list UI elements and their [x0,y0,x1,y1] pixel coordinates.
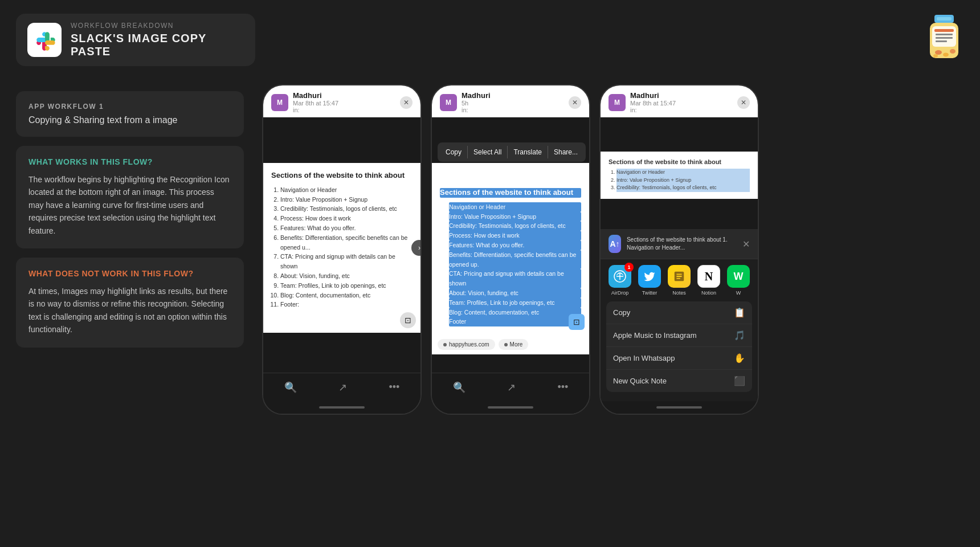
share-action-copy-icon: 📋 [734,307,745,318]
slack-logo [27,23,62,57]
share-action-copy[interactable]: Copy 📋 [606,301,752,324]
share-action-quick-note-label: New Quick Note [613,377,667,385]
app-workflow-card: APP WORKFLOW 1 Copying & Sharing text fr… [16,91,244,137]
phone1-close-btn[interactable]: ✕ [400,96,413,109]
airdrop-label: AirDrop [611,290,629,296]
phone1-image-content: Sections of the website to think about N… [263,163,420,333]
phone2-text-toolbar: Copy Select All Translate Share... [438,142,586,162]
phone3-preview-row: A↑ Sections of the website to think abou… [601,229,758,259]
share-app-notes[interactable]: Notes [664,265,694,296]
phone-2-inner: M Madhuri 5h in: ✕ Copy [432,85,589,414]
svg-rect-7 [936,40,947,42]
phone3-preview-close[interactable]: ✕ [742,239,750,250]
phone2-image-content: Copy Select All Translate Share... Secti… [432,163,589,334]
phone-1-inner: M Madhuri Mar 8th at 15:47 in: ✕ Section… [263,85,420,414]
phone3-close-btn[interactable]: ✕ [737,96,750,109]
phone2-ocr-copy[interactable]: ⊡ [569,314,585,330]
w-app-label: W [736,290,741,296]
phone2-avatar: M [440,94,457,111]
what-works-card: WHAT WORKS IN THIS FLOW? The workflow be… [16,146,244,248]
phone2-icon3[interactable]: ••• [557,381,568,393]
w-app-icon: W [727,265,750,288]
share-action-apple-music[interactable]: Apple Music to Instagram 🎵 [606,324,752,347]
main-container: WORKFLOW BREAKDOWN SLACK'S IMAGE COPY PA… [0,0,980,547]
phone1-doc-title: Sections of the website to think about [271,171,413,181]
phone2-close-btn[interactable]: ✕ [569,96,581,109]
phone3-avatar: M [609,94,626,111]
phone3-meta: Madhuri Mar 8th at 15:47 in: [630,91,676,113]
phone2-select-all-btn[interactable]: Select All [468,146,508,158]
svg-rect-1 [937,17,952,21]
svg-point-11 [933,54,938,58]
phone1-header: M Madhuri Mar 8th at 15:47 in: ✕ [263,85,420,117]
left-panel: APP WORKFLOW 1 Copying & Sharing text fr… [16,91,244,348]
header-subtitle: WORKFLOW BREAKDOWN [71,22,244,30]
phone1-meta: Madhuri Mar 8th at 15:47 in: [293,91,338,113]
share-action-whatsapp-label: Open In Whatsapp [613,354,675,362]
phone1-timestamp: Mar 8th at 15:47 [293,100,338,107]
airdrop-icon: 1 [609,265,631,288]
share-app-airdrop[interactable]: 1 AirDrop [605,265,635,296]
phone2-share-btn[interactable]: Share... [548,146,583,158]
share-app-w[interactable]: W W [724,265,753,296]
svg-rect-6 [936,37,953,39]
what-works-title: WHAT WORKS IN THIS FLOW? [28,157,231,166]
phone2-tag-more[interactable]: More [499,339,529,350]
phone3-apps-row: 1 AirDrop Twi [601,259,758,301]
airdrop-badge: 1 [624,263,634,272]
header-card: WORKFLOW BREAKDOWN SLACK'S IMAGE COPY PA… [16,14,255,66]
phone1-icon1[interactable]: 🔍 [284,381,297,394]
what-not-works-card: WHAT DOES NOT WORK IN THIS FLOW? At time… [16,258,244,348]
phone2-home-indicator [432,401,589,414]
phone1-icon2[interactable]: ↗ [338,381,347,394]
share-app-notion[interactable]: N Notion [694,265,724,296]
phone1-home-bar [319,406,365,409]
phone1-next-btn[interactable]: › [411,240,422,256]
phone2-copy-btn[interactable]: Copy [440,146,468,158]
share-action-quick-note[interactable]: New Quick Note ⬛ [606,370,752,392]
phone2-image-tags: happyhues.com More [432,334,589,354]
phone1-dark-bottom [263,333,420,373]
phone3-timestamp: Mar 8th at 15:47 [630,100,676,107]
phone3-home-indicator [601,401,758,414]
phone2-channel: in: [462,107,491,113]
phone2-icon1[interactable]: 🔍 [453,381,466,394]
phone2-icon2[interactable]: ↗ [507,381,516,394]
what-not-works-title: WHAT DOES NOT WORK IN THIS FLOW? [28,269,231,278]
phone2-tag-1[interactable]: happyhues.com [438,339,495,350]
phone1-icon3[interactable]: ••• [389,381,399,393]
notion-icon: N [697,265,720,288]
what-not-works-body: At times, Images may highlight links as … [28,285,231,336]
phone2-translate-btn[interactable]: Translate [508,146,548,158]
phone3-share-actions: Copy 📋 Apple Music to Instagram 🎵 Open I… [601,301,758,392]
phone-2: M Madhuri 5h in: ✕ Copy [431,84,590,415]
phone3-home-bar [656,406,702,409]
svg-rect-4 [934,29,954,32]
phone1-channel: in: [293,107,338,113]
twitter-label: Twitter [642,290,658,296]
what-works-body: The workflow begins by highlighting the … [28,173,231,237]
share-action-quick-note-icon: ⬛ [734,375,745,386]
share-action-apple-music-label: Apple Music to Instagram [613,331,697,340]
phone3-image-dark [601,117,758,152]
share-action-apple-music-icon: 🎵 [734,330,745,341]
workflow-tag: APP WORKFLOW 1 [28,103,231,111]
notion-label: Notion [701,290,716,296]
phone3-share-overlay: A↑ Sections of the website to think abou… [601,229,758,401]
phone-1: M Madhuri Mar 8th at 15:47 in: ✕ Section… [262,84,422,415]
phone3-channel: in: [630,107,676,113]
svg-point-9 [943,53,949,57]
phone3-inner: M Madhuri Mar 8th at 15:47 in: ✕ Section… [601,85,758,414]
phone3-header: M Madhuri Mar 8th at 15:47 in: ✕ [601,85,758,117]
phone3-doc-list: Navigation or Header Intro: Value Propos… [609,169,750,192]
phone1-home-indicator [263,401,420,414]
share-app-twitter[interactable]: Twitter [635,265,664,296]
notes-icon [668,265,691,288]
phone2-doc-title: Sections of the website to think about [440,188,581,198]
phone3-ai-icon: A↑ [609,235,621,253]
share-action-whatsapp[interactable]: Open In Whatsapp ✋ [606,347,752,370]
svg-rect-5 [936,34,953,35]
phone1-ocr-btn[interactable]: ⊡ [400,312,416,328]
phone1-avatar: M [271,94,288,111]
phone2-user-info: M Madhuri 5h in: [440,91,491,113]
